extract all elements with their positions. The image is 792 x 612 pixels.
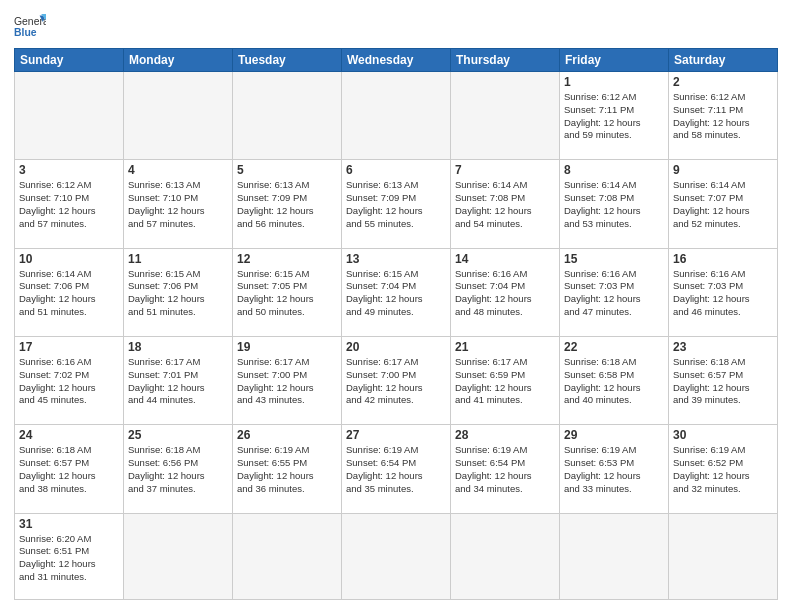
- day-number: 5: [237, 163, 337, 177]
- calendar-week-row: 10Sunrise: 6:14 AM Sunset: 7:06 PM Dayli…: [15, 248, 778, 336]
- day-number: 2: [673, 75, 773, 89]
- day-number: 15: [564, 252, 664, 266]
- day-info: Sunrise: 6:14 AM Sunset: 7:06 PM Dayligh…: [19, 268, 119, 319]
- page: General Blue SundayMondayTuesdayWednesda…: [0, 0, 792, 612]
- calendar-cell: [233, 513, 342, 599]
- day-number: 11: [128, 252, 228, 266]
- day-number: 20: [346, 340, 446, 354]
- day-number: 16: [673, 252, 773, 266]
- calendar-cell: 19Sunrise: 6:17 AM Sunset: 7:00 PM Dayli…: [233, 336, 342, 424]
- calendar-cell: 26Sunrise: 6:19 AM Sunset: 6:55 PM Dayli…: [233, 425, 342, 513]
- calendar-cell: [124, 72, 233, 160]
- day-info: Sunrise: 6:16 AM Sunset: 7:03 PM Dayligh…: [673, 268, 773, 319]
- day-number: 27: [346, 428, 446, 442]
- day-info: Sunrise: 6:19 AM Sunset: 6:52 PM Dayligh…: [673, 444, 773, 495]
- day-info: Sunrise: 6:17 AM Sunset: 7:00 PM Dayligh…: [237, 356, 337, 407]
- day-number: 26: [237, 428, 337, 442]
- calendar-cell: 13Sunrise: 6:15 AM Sunset: 7:04 PM Dayli…: [342, 248, 451, 336]
- day-info: Sunrise: 6:13 AM Sunset: 7:10 PM Dayligh…: [128, 179, 228, 230]
- day-info: Sunrise: 6:14 AM Sunset: 7:08 PM Dayligh…: [564, 179, 664, 230]
- day-info: Sunrise: 6:14 AM Sunset: 7:08 PM Dayligh…: [455, 179, 555, 230]
- day-info: Sunrise: 6:16 AM Sunset: 7:03 PM Dayligh…: [564, 268, 664, 319]
- weekday-header-wednesday: Wednesday: [342, 49, 451, 72]
- day-info: Sunrise: 6:19 AM Sunset: 6:54 PM Dayligh…: [455, 444, 555, 495]
- day-info: Sunrise: 6:17 AM Sunset: 7:00 PM Dayligh…: [346, 356, 446, 407]
- calendar-week-row: 3Sunrise: 6:12 AM Sunset: 7:10 PM Daylig…: [15, 160, 778, 248]
- calendar-cell: 25Sunrise: 6:18 AM Sunset: 6:56 PM Dayli…: [124, 425, 233, 513]
- calendar-cell: 3Sunrise: 6:12 AM Sunset: 7:10 PM Daylig…: [15, 160, 124, 248]
- day-number: 9: [673, 163, 773, 177]
- day-info: Sunrise: 6:16 AM Sunset: 7:02 PM Dayligh…: [19, 356, 119, 407]
- day-info: Sunrise: 6:15 AM Sunset: 7:06 PM Dayligh…: [128, 268, 228, 319]
- day-number: 22: [564, 340, 664, 354]
- day-info: Sunrise: 6:18 AM Sunset: 6:57 PM Dayligh…: [673, 356, 773, 407]
- calendar-cell: 20Sunrise: 6:17 AM Sunset: 7:00 PM Dayli…: [342, 336, 451, 424]
- day-info: Sunrise: 6:18 AM Sunset: 6:56 PM Dayligh…: [128, 444, 228, 495]
- weekday-header-tuesday: Tuesday: [233, 49, 342, 72]
- calendar-cell: 1Sunrise: 6:12 AM Sunset: 7:11 PM Daylig…: [560, 72, 669, 160]
- calendar-cell: 14Sunrise: 6:16 AM Sunset: 7:04 PM Dayli…: [451, 248, 560, 336]
- calendar-cell: 18Sunrise: 6:17 AM Sunset: 7:01 PM Dayli…: [124, 336, 233, 424]
- calendar-week-row: 31Sunrise: 6:20 AM Sunset: 6:51 PM Dayli…: [15, 513, 778, 599]
- calendar-cell: 2Sunrise: 6:12 AM Sunset: 7:11 PM Daylig…: [669, 72, 778, 160]
- day-info: Sunrise: 6:19 AM Sunset: 6:55 PM Dayligh…: [237, 444, 337, 495]
- calendar-cell: [669, 513, 778, 599]
- calendar-cell: 29Sunrise: 6:19 AM Sunset: 6:53 PM Dayli…: [560, 425, 669, 513]
- day-info: Sunrise: 6:13 AM Sunset: 7:09 PM Dayligh…: [346, 179, 446, 230]
- calendar-cell: 23Sunrise: 6:18 AM Sunset: 6:57 PM Dayli…: [669, 336, 778, 424]
- weekday-header-row: SundayMondayTuesdayWednesdayThursdayFrid…: [15, 49, 778, 72]
- day-number: 25: [128, 428, 228, 442]
- day-info: Sunrise: 6:15 AM Sunset: 7:05 PM Dayligh…: [237, 268, 337, 319]
- day-number: 12: [237, 252, 337, 266]
- weekday-header-sunday: Sunday: [15, 49, 124, 72]
- day-info: Sunrise: 6:14 AM Sunset: 7:07 PM Dayligh…: [673, 179, 773, 230]
- day-info: Sunrise: 6:12 AM Sunset: 7:11 PM Dayligh…: [673, 91, 773, 142]
- day-number: 13: [346, 252, 446, 266]
- calendar-cell: 28Sunrise: 6:19 AM Sunset: 6:54 PM Dayli…: [451, 425, 560, 513]
- generalblue-logo-icon: General Blue: [14, 12, 46, 40]
- calendar-cell: 31Sunrise: 6:20 AM Sunset: 6:51 PM Dayli…: [15, 513, 124, 599]
- calendar-week-row: 1Sunrise: 6:12 AM Sunset: 7:11 PM Daylig…: [15, 72, 778, 160]
- calendar-cell: 15Sunrise: 6:16 AM Sunset: 7:03 PM Dayli…: [560, 248, 669, 336]
- weekday-header-friday: Friday: [560, 49, 669, 72]
- calendar-cell: 5Sunrise: 6:13 AM Sunset: 7:09 PM Daylig…: [233, 160, 342, 248]
- calendar-cell: 30Sunrise: 6:19 AM Sunset: 6:52 PM Dayli…: [669, 425, 778, 513]
- day-number: 4: [128, 163, 228, 177]
- logo: General Blue: [14, 12, 46, 40]
- header: General Blue: [14, 12, 778, 40]
- day-info: Sunrise: 6:19 AM Sunset: 6:53 PM Dayligh…: [564, 444, 664, 495]
- calendar-cell: 17Sunrise: 6:16 AM Sunset: 7:02 PM Dayli…: [15, 336, 124, 424]
- calendar-cell: [451, 72, 560, 160]
- calendar-cell: 24Sunrise: 6:18 AM Sunset: 6:57 PM Dayli…: [15, 425, 124, 513]
- calendar-cell: 10Sunrise: 6:14 AM Sunset: 7:06 PM Dayli…: [15, 248, 124, 336]
- day-number: 29: [564, 428, 664, 442]
- day-number: 7: [455, 163, 555, 177]
- calendar-cell: 9Sunrise: 6:14 AM Sunset: 7:07 PM Daylig…: [669, 160, 778, 248]
- calendar-cell: [233, 72, 342, 160]
- day-info: Sunrise: 6:17 AM Sunset: 6:59 PM Dayligh…: [455, 356, 555, 407]
- day-number: 21: [455, 340, 555, 354]
- calendar-table: SundayMondayTuesdayWednesdayThursdayFrid…: [14, 48, 778, 600]
- calendar-cell: 6Sunrise: 6:13 AM Sunset: 7:09 PM Daylig…: [342, 160, 451, 248]
- calendar-cell: [15, 72, 124, 160]
- calendar-cell: 7Sunrise: 6:14 AM Sunset: 7:08 PM Daylig…: [451, 160, 560, 248]
- svg-text:Blue: Blue: [14, 27, 37, 38]
- calendar-cell: 4Sunrise: 6:13 AM Sunset: 7:10 PM Daylig…: [124, 160, 233, 248]
- calendar-cell: [560, 513, 669, 599]
- day-info: Sunrise: 6:17 AM Sunset: 7:01 PM Dayligh…: [128, 356, 228, 407]
- day-number: 18: [128, 340, 228, 354]
- day-info: Sunrise: 6:12 AM Sunset: 7:10 PM Dayligh…: [19, 179, 119, 230]
- calendar-cell: 16Sunrise: 6:16 AM Sunset: 7:03 PM Dayli…: [669, 248, 778, 336]
- day-number: 1: [564, 75, 664, 89]
- day-info: Sunrise: 6:12 AM Sunset: 7:11 PM Dayligh…: [564, 91, 664, 142]
- day-number: 30: [673, 428, 773, 442]
- calendar-cell: [342, 513, 451, 599]
- calendar-cell: 8Sunrise: 6:14 AM Sunset: 7:08 PM Daylig…: [560, 160, 669, 248]
- calendar-week-row: 24Sunrise: 6:18 AM Sunset: 6:57 PM Dayli…: [15, 425, 778, 513]
- calendar-week-row: 17Sunrise: 6:16 AM Sunset: 7:02 PM Dayli…: [15, 336, 778, 424]
- calendar-cell: 22Sunrise: 6:18 AM Sunset: 6:58 PM Dayli…: [560, 336, 669, 424]
- calendar-cell: 12Sunrise: 6:15 AM Sunset: 7:05 PM Dayli…: [233, 248, 342, 336]
- day-info: Sunrise: 6:18 AM Sunset: 6:58 PM Dayligh…: [564, 356, 664, 407]
- calendar-cell: [124, 513, 233, 599]
- day-info: Sunrise: 6:18 AM Sunset: 6:57 PM Dayligh…: [19, 444, 119, 495]
